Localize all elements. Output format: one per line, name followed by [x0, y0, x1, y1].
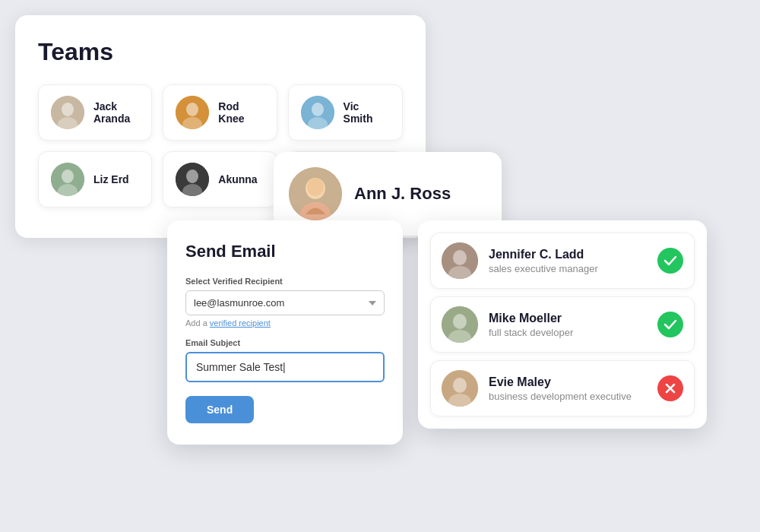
subject-input[interactable]: [185, 352, 385, 382]
avatar-evie: [442, 370, 478, 407]
send-email-card: Send Email Select Verified Recipient lee…: [167, 220, 403, 445]
recipient-role-mike: full stack developer: [489, 327, 647, 338]
subject-label: Email Subject: [185, 338, 385, 347]
recipient-name-evie: Evie Maley: [489, 375, 647, 389]
svg-point-7: [312, 103, 324, 116]
member-name-akunna: Akunna: [218, 173, 257, 185]
verified-recipient-link[interactable]: verified recipient: [210, 318, 271, 328]
send-button[interactable]: Send: [185, 396, 254, 423]
avatar-jack: [51, 96, 84, 129]
teams-title: Teams: [38, 38, 403, 66]
avatar-mike: [442, 306, 478, 343]
recipient-row-jennifer[interactable]: Jennifer C. Ladd sales executive manager: [430, 233, 695, 289]
recipients-card: Jennifer C. Ladd sales executive manager…: [418, 220, 707, 429]
member-name-liz: Liz Erd: [93, 173, 129, 185]
svg-point-4: [186, 103, 198, 116]
svg-point-26: [453, 314, 467, 329]
ann-avatar: [289, 167, 342, 220]
check-icon-jennifer: [657, 248, 683, 274]
recipient-name-jennifer: Jennifer C. Ladd: [489, 248, 647, 261]
form-hint: Add a verified recipient: [185, 318, 385, 328]
recipient-row-evie[interactable]: Evie Maley business development executiv…: [430, 360, 695, 416]
svg-point-29: [453, 378, 467, 393]
svg-point-21: [307, 178, 324, 196]
x-icon-evie: [657, 375, 683, 401]
recipient-name-mike: Mike Moeller: [489, 312, 647, 325]
team-member-rod[interactable]: Rod Knee: [163, 84, 277, 141]
svg-point-23: [453, 250, 467, 265]
avatar-vic: [301, 96, 334, 129]
send-email-title: Send Email: [185, 242, 385, 261]
ann-name: Ann J. Ross: [354, 184, 451, 204]
recipient-role-evie: business development executive: [489, 391, 647, 402]
team-member-akunna[interactable]: Akunna: [163, 151, 277, 207]
svg-point-10: [62, 169, 74, 183]
avatar-rod: [176, 96, 209, 129]
member-name-rod: Rod Knee: [218, 100, 264, 125]
recipient-info-jennifer: Jennifer C. Ladd sales executive manager: [489, 248, 647, 274]
member-name-jack: Jack Aranda: [93, 100, 139, 125]
team-member-jack[interactable]: Jack Aranda: [38, 84, 152, 141]
recipient-role-jennifer: sales executive manager: [489, 263, 647, 274]
ann-info: Ann J. Ross: [354, 184, 451, 204]
member-name-vic: Vic Smith: [344, 100, 390, 125]
check-icon-mike: [657, 312, 683, 337]
recipient-select[interactable]: lee@lasmunroe.com: [185, 290, 385, 315]
avatar-akunna: [176, 163, 209, 196]
svg-point-13: [186, 169, 198, 183]
recipient-row-mike[interactable]: Mike Moeller full stack developer: [430, 296, 695, 353]
recipient-info-mike: Mike Moeller full stack developer: [489, 312, 647, 338]
team-member-vic[interactable]: Vic Smith: [288, 84, 403, 141]
recipient-info-evie: Evie Maley business development executiv…: [489, 375, 647, 402]
team-member-liz[interactable]: Liz Erd: [38, 151, 152, 207]
recipient-label: Select Verified Recipient: [185, 277, 385, 286]
avatar-jennifer: [442, 242, 478, 279]
svg-point-1: [62, 103, 74, 116]
avatar-liz: [51, 163, 84, 196]
